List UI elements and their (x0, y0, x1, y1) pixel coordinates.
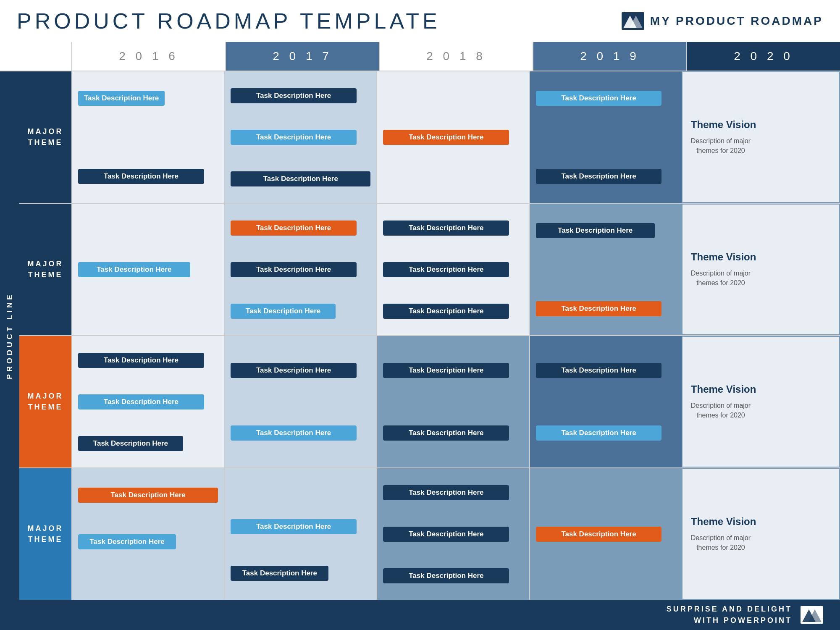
cell-r4-2017: Task Description Here Task Description H… (224, 468, 376, 600)
year-header-2019: 2 0 1 9 (533, 42, 686, 71)
main-grid: PRODUCT LINE MAJORTHEME Task Description… (0, 71, 840, 600)
year-header: 2 0 1 6 2 0 1 7 2 0 1 8 2 0 1 9 2 0 2 0 (0, 42, 840, 71)
cell-r2-2018: Task Description Here Task Description H… (376, 204, 529, 335)
rows-container: MAJORTHEME Task Description Here Task De… (19, 71, 840, 600)
task-btn[interactable]: Task Description Here (383, 304, 509, 319)
task-btn[interactable]: Task Description Here (231, 171, 370, 186)
header-logo-text: MY PRODUCT ROADMAP (650, 14, 823, 28)
task-btn[interactable]: Task Description Here (383, 130, 509, 145)
vision-title-3: Theme Vision (691, 383, 756, 395)
cell-r2-2017: Task Description Here Task Description H… (224, 204, 376, 335)
product-line-text: PRODUCT LINE (5, 292, 14, 379)
header-logo-area: MY PRODUCT ROADMAP (622, 12, 823, 30)
cell-r3-2017: Task Description Here Task Description H… (224, 336, 376, 467)
cell-r1-2016: Task Description Here Task Description H… (71, 71, 224, 203)
grid-row-2: MAJORTHEME Task Description Here Task De… (19, 204, 840, 336)
task-btn[interactable]: Task Description Here (231, 363, 357, 378)
task-btn[interactable]: Task Description Here (536, 223, 655, 238)
task-btn[interactable]: Task Description Here (383, 425, 509, 441)
task-btn[interactable]: Task Description Here (383, 363, 509, 378)
cell-r3-2019: Task Description Here Task Description H… (529, 336, 682, 467)
task-btn[interactable]: Task Description Here (231, 130, 357, 145)
task-btn[interactable]: Task Description Here (231, 566, 328, 581)
cell-r3-2018: Task Description Here Task Description H… (376, 336, 529, 467)
task-btn[interactable]: Task Description Here (536, 425, 662, 441)
task-btn[interactable]: Task Description Here (78, 91, 165, 106)
task-btn[interactable]: Task Description Here (383, 262, 509, 277)
cell-r4-2018: Task Description Here Task Description H… (376, 468, 529, 600)
vision-desc-2: Description of majorthemes for 2020 (691, 269, 751, 288)
grid-row-4: MAJORTHEME Task Description Here Task De… (19, 468, 840, 600)
task-btn[interactable]: Task Description Here (231, 425, 357, 441)
task-btn[interactable]: Task Description Here (78, 436, 183, 451)
theme-cell-3: MAJORTHEME (19, 336, 71, 467)
theme-cell-1: MAJORTHEME (19, 71, 71, 203)
year-header-2017: 2 0 1 7 (225, 42, 379, 71)
cell-r1-2019: Task Description Here Task Description H… (529, 71, 682, 203)
theme-cell-4: MAJORTHEME (19, 468, 71, 600)
task-btn[interactable]: Task Description Here (78, 353, 204, 368)
footer: SURPRISE AND DELIGHT WITH POWERPOINT (0, 600, 840, 630)
task-btn[interactable]: Task Description Here (231, 304, 336, 319)
footer-line1: SURPRISE AND DELIGHT (667, 604, 792, 615)
task-btn[interactable]: Task Description Here (536, 169, 662, 184)
task-btn[interactable]: Task Description Here (536, 301, 662, 316)
header-title: PRODUCT ROADMAP TEMPLATE (17, 8, 441, 34)
footer-logo-icon (801, 606, 823, 624)
task-btn[interactable]: Task Description Here (78, 488, 218, 503)
theme-cell-2: MAJORTHEME (19, 204, 71, 335)
task-btn[interactable]: Task Description Here (536, 527, 662, 542)
vision-title-2: Theme Vision (691, 251, 756, 263)
task-btn[interactable]: Task Description Here (78, 534, 176, 549)
task-btn[interactable]: Task Description Here (536, 91, 662, 106)
task-btn[interactable]: Task Description Here (78, 262, 190, 277)
task-btn[interactable]: Task Description Here (78, 169, 204, 184)
cell-r2-2016: Task Description Here (71, 204, 224, 335)
grid-row-3: MAJORTHEME Task Description Here Task De… (19, 336, 840, 468)
year-header-2018: 2 0 1 8 (379, 42, 533, 71)
task-btn[interactable]: Task Description Here (231, 88, 357, 103)
cell-r1-2020: Theme Vision Description of majorthemes … (682, 71, 840, 203)
vision-desc-4: Description of majorthemes for 2020 (691, 533, 751, 552)
task-btn[interactable]: Task Description Here (383, 568, 509, 583)
vision-title-4: Theme Vision (691, 516, 756, 528)
vision-desc-3: Description of majorthemes for 2020 (691, 401, 751, 420)
year-header-spacer (0, 42, 71, 71)
cell-r4-2019: Task Description Here (529, 468, 682, 600)
logo-icon (622, 12, 644, 30)
task-btn[interactable]: Task Description Here (383, 527, 509, 542)
vision-title-1: Theme Vision (691, 119, 756, 131)
task-btn[interactable]: Task Description Here (78, 394, 204, 410)
cell-r1-2017: Task Description Here Task Description H… (224, 71, 376, 203)
product-line-label: PRODUCT LINE (0, 71, 19, 600)
cell-r3-2016: Task Description Here Task Description H… (71, 336, 224, 467)
header: PRODUCT ROADMAP TEMPLATE MY PRODUCT ROAD… (0, 0, 840, 42)
cell-r4-2020: Theme Vision Description of majorthemes … (682, 468, 840, 600)
vision-desc-1: Description of majorthemes for 2020 (691, 136, 751, 155)
task-btn[interactable]: Task Description Here (383, 220, 509, 236)
cell-r3-2020: Theme Vision Description of majorthemes … (682, 336, 840, 467)
cell-r1-2018: Task Description Here (376, 71, 529, 203)
task-btn[interactable]: Task Description Here (383, 485, 509, 500)
task-btn[interactable]: Task Description Here (536, 363, 662, 378)
footer-line2: WITH POWERPOINT (667, 615, 792, 626)
footer-text: SURPRISE AND DELIGHT WITH POWERPOINT (667, 604, 792, 626)
task-btn[interactable]: Task Description Here (231, 262, 357, 277)
grid-row-1: MAJORTHEME Task Description Here Task De… (19, 71, 840, 204)
task-btn[interactable]: Task Description Here (231, 220, 357, 236)
cell-r4-2016: Task Description Here Task Description H… (71, 468, 224, 600)
year-header-2016: 2 0 1 6 (71, 42, 225, 71)
task-btn[interactable]: Task Description Here (231, 519, 357, 534)
cell-r2-2020: Theme Vision Description of majorthemes … (682, 204, 840, 335)
year-header-2020: 2 0 2 0 (686, 42, 840, 71)
cell-r2-2019: Task Description Here Task Description H… (529, 204, 682, 335)
